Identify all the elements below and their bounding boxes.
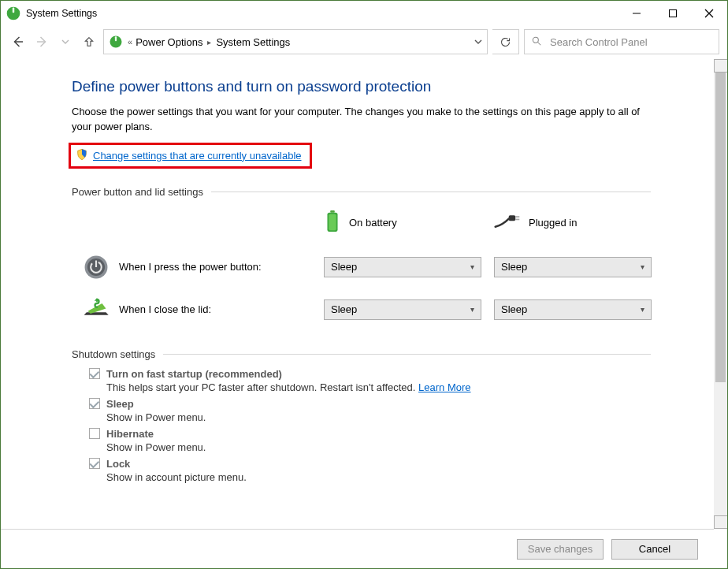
search-box[interactable] — [524, 29, 719, 54]
battery-icon — [324, 210, 341, 235]
select-power-button-battery[interactable]: Sleep ▾ — [324, 257, 481, 277]
shutdown-settings: Turn on fast startup (recommended) This … — [89, 368, 651, 483]
column-label: Plugged in — [529, 217, 577, 229]
option-hibernate: Hibernate Show in Power menu. — [89, 428, 651, 453]
group-shutdown: Shutdown settings — [72, 348, 651, 360]
column-label: On battery — [349, 217, 397, 229]
minimize-button[interactable] — [618, 1, 655, 26]
close-button[interactable] — [691, 1, 727, 26]
content-panel: Define power buttons and turn on passwor… — [1, 59, 714, 529]
power-options-icon — [109, 35, 123, 49]
scroll-thumb[interactable] — [715, 73, 726, 382]
svg-point-10 — [533, 37, 538, 43]
power-button-icon — [83, 254, 110, 281]
page-title: Define power buttons and turn on passwor… — [72, 78, 651, 95]
power-options-icon — [6, 6, 21, 21]
power-lid-grid: On battery Plugged in — [83, 206, 651, 331]
svg-rect-15 — [509, 215, 516, 221]
nav-up[interactable] — [80, 32, 98, 51]
svg-line-4 — [705, 9, 713, 17]
plug-icon — [494, 214, 521, 232]
vertical-scrollbar[interactable]: ▲ ▼ — [714, 59, 727, 529]
row-label-text: When I close the lid: — [119, 303, 211, 315]
checkbox-hibernate[interactable] — [89, 428, 100, 439]
chevron-down-icon: ▾ — [470, 305, 474, 314]
scroll-track[interactable] — [714, 73, 727, 515]
option-sleep: Sleep Show in Power menu. — [89, 398, 651, 423]
address-dropdown-icon[interactable] — [474, 36, 482, 48]
refresh-button[interactable] — [492, 29, 519, 54]
titlebar: System Settings — [1, 1, 727, 26]
row-close-lid: When I close the lid: — [83, 288, 311, 331]
maximize-button[interactable] — [655, 1, 691, 26]
svg-rect-14 — [329, 214, 336, 230]
chevron-right-icon: ▸ — [207, 38, 211, 46]
nav-forward[interactable] — [32, 32, 51, 51]
svg-rect-1 — [13, 8, 15, 13]
svg-line-11 — [538, 42, 541, 45]
option-fast-startup: Turn on fast startup (recommended) This … — [89, 368, 651, 393]
chevron-down-icon: ▾ — [470, 262, 474, 271]
select-close-lid-plugged[interactable]: Sleep ▾ — [494, 299, 652, 320]
nav-row: « Power Options ▸ System Settings — [1, 26, 727, 58]
svg-rect-12 — [330, 210, 335, 213]
scroll-up-button[interactable]: ▲ — [714, 59, 728, 73]
svg-rect-3 — [670, 10, 677, 17]
address-bar[interactable]: « Power Options ▸ System Settings — [103, 29, 488, 54]
column-plugged-in: Plugged in — [494, 209, 652, 243]
group-power-lid: Power button and lid settings — [72, 186, 651, 198]
uac-shield-icon — [76, 148, 88, 163]
select-close-lid-battery[interactable]: Sleep ▾ — [324, 299, 481, 320]
row-label-text: When I press the power button: — [119, 261, 262, 273]
search-icon — [531, 35, 542, 49]
highlighted-admin-link-box: Change settings that are currently unava… — [69, 143, 312, 169]
checkbox-fast-startup[interactable] — [89, 368, 100, 379]
breadcrumb-item[interactable]: Power Options — [136, 36, 202, 48]
learn-more-link[interactable]: Learn More — [418, 381, 470, 393]
save-changes-button[interactable]: Save changes — [517, 539, 604, 560]
checkbox-sleep[interactable] — [89, 398, 100, 409]
footer: Save changes Cancel — [1, 529, 714, 568]
scroll-down-button[interactable]: ▼ — [714, 515, 728, 529]
select-power-button-plugged[interactable]: Sleep ▾ — [494, 257, 652, 277]
svg-line-5 — [705, 9, 713, 17]
laptop-lid-icon — [83, 296, 110, 323]
option-lock: Lock Show in account picture menu. — [89, 458, 651, 483]
nav-back[interactable] — [9, 32, 28, 51]
row-power-button: When I press the power button: — [83, 246, 311, 288]
page-intro: Choose the power settings that you want … — [72, 105, 651, 135]
nav-recent-dropdown[interactable] — [56, 32, 75, 51]
column-on-battery: On battery — [324, 206, 481, 246]
search-input[interactable] — [548, 35, 712, 49]
breadcrumb-overflow-icon[interactable]: « — [128, 37, 131, 46]
window-title: System Settings — [26, 8, 97, 19]
breadcrumb-item[interactable]: System Settings — [216, 36, 290, 48]
change-unavailable-settings-link[interactable]: Change settings that are currently unava… — [93, 150, 302, 162]
cancel-button[interactable]: Cancel — [611, 539, 698, 560]
svg-rect-9 — [115, 36, 117, 41]
chevron-down-icon: ▾ — [641, 262, 644, 271]
checkbox-lock[interactable] — [89, 458, 100, 469]
chevron-down-icon: ▾ — [641, 305, 644, 314]
